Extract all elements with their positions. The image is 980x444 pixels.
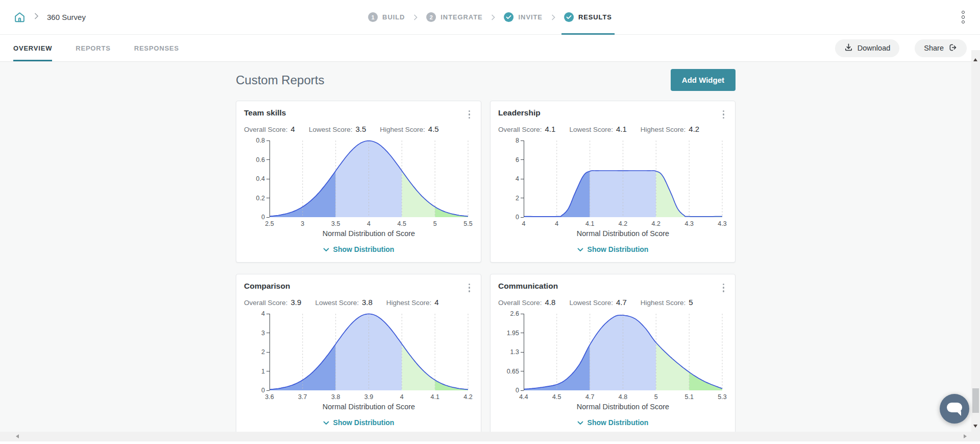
lowest-score-value: 3.8 [362, 298, 373, 307]
svg-text:4.1: 4.1 [431, 393, 439, 401]
svg-text:Normal Distribution of Score: Normal Distribution of Score [577, 403, 669, 411]
step-separator-icon [492, 14, 496, 21]
show-distribution-link[interactable]: Show Distribution [498, 241, 727, 256]
score-row: Overall Score: 3.9 Lowest Score: 3.8 Hig… [244, 298, 473, 307]
svg-text:4: 4 [261, 311, 265, 317]
card-header: Team skills [244, 108, 473, 121]
score-row: Overall Score: 4.1 Lowest Score: 4.1 Hig… [498, 125, 727, 133]
svg-text:3: 3 [261, 330, 265, 337]
tab-overview[interactable]: OVERVIEW [13, 35, 52, 61]
lowest-score-label: Lowest Score: [315, 299, 359, 307]
widget-menu-icon[interactable] [465, 108, 474, 121]
highest-score-value: 4.5 [428, 125, 439, 133]
distribution-chart: 00.651.31.952.64.44.54.74.855.15.3Normal… [498, 311, 727, 413]
scroll-left-icon[interactable] [16, 434, 19, 438]
highest-score-value: 5 [689, 298, 693, 307]
step-build[interactable]: 1BUILD [367, 0, 406, 34]
lowest-score-label: Lowest Score: [569, 299, 613, 307]
step-separator-icon [551, 14, 555, 21]
vertical-scrollbar-thumb[interactable] [972, 388, 979, 413]
overall-score: Overall Score: 4.1 [498, 125, 555, 133]
svg-text:0.65: 0.65 [507, 368, 519, 375]
svg-text:Normal Distribution of Score: Normal Distribution of Score [323, 403, 415, 411]
lowest-score: Lowest Score: 3.8 [315, 298, 372, 307]
step-number-badge: 1 [368, 12, 378, 22]
tab-reports[interactable]: REPORTS [76, 35, 110, 61]
vertical-scrollbar[interactable] [971, 50, 980, 432]
svg-text:3: 3 [301, 220, 304, 227]
svg-text:3.8: 3.8 [331, 393, 340, 401]
add-widget-button[interactable]: Add Widget [671, 69, 736, 91]
home-icon[interactable] [13, 11, 26, 24]
svg-text:0: 0 [516, 387, 519, 394]
svg-text:1.95: 1.95 [507, 330, 519, 337]
step-separator-icon [413, 14, 418, 21]
download-button[interactable]: Download [835, 39, 900, 57]
horizontal-scrollbar[interactable] [0, 432, 980, 441]
svg-text:1.3: 1.3 [510, 348, 519, 356]
main-content: Custom Reports Add Widget Team skills Ov… [236, 62, 736, 436]
breadcrumb: 360 Survey [13, 11, 86, 24]
tab-list: OVERVIEWREPORTSRESPONSES [13, 35, 179, 61]
scroll-up-icon[interactable] [973, 58, 977, 61]
widget-menu-icon[interactable] [465, 282, 474, 294]
tab-responses[interactable]: RESPONSES [134, 35, 179, 61]
scroll-down-icon[interactable] [973, 425, 977, 428]
widget-menu-icon[interactable] [720, 108, 728, 121]
widget-title: Leadership [498, 108, 541, 118]
chat-widget-button[interactable] [940, 394, 969, 424]
breadcrumb-current: 360 Survey [47, 13, 86, 21]
svg-text:4.5: 4.5 [398, 220, 406, 227]
window-menu-icon[interactable] [960, 8, 967, 27]
show-distribution-label: Show Distribution [587, 418, 649, 427]
card-header: Communication [498, 282, 727, 294]
overall-score-value: 3.9 [291, 298, 302, 307]
show-distribution-link[interactable]: Show Distribution [244, 241, 473, 256]
lowest-score-label: Lowest Score: [569, 126, 613, 133]
show-distribution-label: Show Distribution [333, 418, 395, 427]
svg-text:4: 4 [367, 220, 371, 227]
show-distribution-label: Show Distribution [587, 245, 649, 253]
svg-text:4.2: 4.2 [463, 393, 472, 401]
svg-text:3.5: 3.5 [331, 220, 340, 227]
step-integrate[interactable]: 2INTEGRATE [425, 0, 483, 34]
svg-text:5.1: 5.1 [685, 393, 694, 401]
svg-text:4.3: 4.3 [685, 220, 694, 227]
svg-text:4: 4 [516, 175, 519, 182]
step-label: INVITE [519, 13, 543, 21]
tab-actions: Download Share [835, 39, 967, 57]
svg-text:4.1: 4.1 [585, 220, 594, 227]
widgets-grid: Team skills Overall Score: 4 Lowest Scor… [236, 101, 736, 436]
overall-score: Overall Score: 4.8 [498, 298, 555, 307]
highest-score-label: Highest Score: [641, 299, 686, 307]
step-invite[interactable]: INVITE [503, 0, 544, 34]
share-button[interactable]: Share [915, 39, 967, 57]
svg-text:2: 2 [261, 348, 265, 356]
overall-score-label: Overall Score: [244, 299, 288, 307]
bottom-strip [0, 441, 980, 444]
svg-text:5: 5 [654, 393, 658, 401]
step-results[interactable]: RESULTS [563, 0, 613, 34]
svg-text:4.8: 4.8 [619, 393, 627, 401]
show-distribution-link[interactable]: Show Distribution [244, 414, 473, 429]
share-icon [948, 43, 958, 54]
chat-bubble-tail [957, 411, 961, 416]
wizard-stepper: 1BUILD2INTEGRATEINVITERESULTS [367, 0, 613, 34]
widget-menu-icon[interactable] [720, 282, 728, 294]
svg-text:Normal Distribution of Score: Normal Distribution of Score [577, 229, 669, 238]
lowest-score-value: 4.1 [616, 125, 627, 133]
show-distribution-link[interactable]: Show Distribution [498, 414, 727, 429]
overall-score-value: 4.1 [545, 125, 556, 133]
svg-text:0.6: 0.6 [256, 156, 265, 163]
step-label: BUILD [382, 13, 405, 21]
lowest-score-label: Lowest Score: [309, 126, 353, 133]
check-circle-icon [564, 12, 574, 22]
svg-text:4: 4 [400, 393, 404, 401]
overall-score-label: Overall Score: [498, 126, 542, 133]
scroll-right-icon[interactable] [964, 434, 967, 438]
overall-score-value: 4.8 [545, 298, 556, 307]
svg-text:2.6: 2.6 [510, 311, 519, 317]
svg-text:4.5: 4.5 [552, 393, 561, 401]
svg-text:8: 8 [516, 137, 519, 144]
distribution-chart: 012343.63.73.83.944.14.2Normal Distribut… [244, 311, 473, 413]
